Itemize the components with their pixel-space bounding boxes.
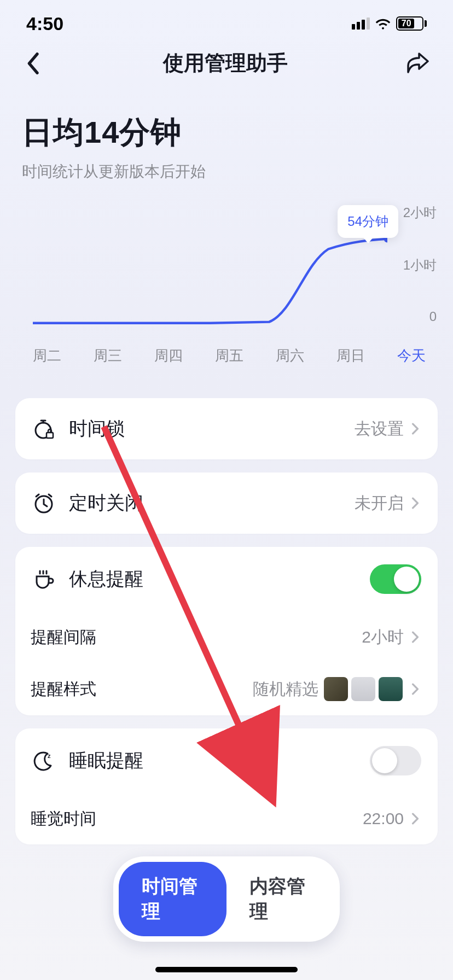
- scheduled-close-card: 定时关闭 未开启: [15, 472, 438, 534]
- rest-reminder-row: 休息提醒: [15, 547, 438, 611]
- reminder-interval-value: 2小时: [362, 626, 404, 649]
- tab-content-management[interactable]: 内容管理: [226, 862, 334, 936]
- y-tick: 1小时: [403, 256, 437, 274]
- moon-sleep-icon: z: [31, 748, 57, 774]
- coffee-cup-icon: [31, 566, 57, 592]
- time-lock-label: 时间锁: [69, 416, 125, 441]
- stopwatch-lock-icon: [31, 416, 57, 442]
- chart-canvas: [33, 204, 387, 324]
- chevron-right-icon: [409, 631, 421, 643]
- back-button[interactable]: [20, 50, 46, 77]
- chart-tooltip: 54分钟: [338, 205, 398, 238]
- rest-reminder-label: 休息提醒: [69, 567, 143, 592]
- sleep-reminder-label: 睡眠提醒: [69, 748, 143, 773]
- reminder-style-row[interactable]: 提醒样式 随机精选: [15, 663, 438, 715]
- nav-header: 使用管理助手: [0, 38, 453, 88]
- status-time: 4:50: [26, 13, 63, 34]
- rest-reminder-toggle[interactable]: [370, 564, 421, 594]
- y-tick: 2小时: [403, 204, 437, 221]
- style-thumbnails: [324, 677, 403, 701]
- hero-section: 日均14分钟 时间统计从更新版本后开始: [0, 88, 453, 182]
- time-lock-card: 时间锁 去设置: [15, 398, 438, 459]
- alarm-clock-icon: [31, 490, 57, 516]
- style-thumb-icon: [351, 677, 375, 701]
- share-arrow-icon: [406, 52, 430, 74]
- chevron-right-icon: [409, 813, 421, 825]
- chevron-left-icon: [25, 52, 40, 74]
- svg-text:z: z: [48, 752, 51, 759]
- reminder-style-label: 提醒样式: [31, 678, 96, 701]
- chart-y-axis: 2小时 1小时 0: [403, 204, 437, 324]
- battery-level: 70: [398, 19, 414, 28]
- usage-chart[interactable]: 2小时 1小时 0 54分钟: [0, 182, 453, 357]
- time-lock-status: 去设置: [355, 418, 404, 440]
- bottom-tab-bar: 时间管理 内容管理: [113, 856, 340, 942]
- svg-rect-2: [47, 433, 53, 438]
- reminder-style-value: 随机精选: [253, 678, 318, 701]
- battery-indicator: 70: [396, 16, 427, 31]
- style-thumb-icon: [379, 677, 403, 701]
- wifi-icon: [375, 18, 391, 30]
- scheduled-close-row[interactable]: 定时关闭 未开启: [15, 472, 438, 534]
- sleep-reminder-card: z 睡眠提醒 睡觉时间 22:00: [15, 728, 438, 844]
- sleep-reminder-toggle[interactable]: [370, 746, 421, 775]
- scheduled-close-status: 未开启: [355, 492, 404, 515]
- cellular-signal-icon: [352, 18, 370, 30]
- home-indicator[interactable]: [155, 967, 298, 972]
- bedtime-label: 睡觉时间: [31, 808, 96, 830]
- chevron-right-icon: [409, 423, 421, 435]
- chevron-right-icon: [409, 683, 421, 695]
- chevron-right-icon: [409, 497, 421, 509]
- bedtime-row[interactable]: 睡觉时间 22:00: [15, 793, 438, 844]
- daily-average-title: 日均14分钟: [22, 112, 431, 154]
- hero-subtitle: 时间统计从更新版本后开始: [22, 161, 431, 182]
- y-tick: 0: [429, 309, 437, 324]
- tab-time-management[interactable]: 时间管理: [119, 862, 226, 936]
- reminder-interval-label: 提醒间隔: [31, 626, 96, 649]
- time-lock-row[interactable]: 时间锁 去设置: [15, 398, 438, 459]
- scheduled-close-label: 定时关闭: [69, 491, 143, 516]
- reminder-interval-row[interactable]: 提醒间隔 2小时: [15, 611, 438, 663]
- page-title: 使用管理助手: [163, 49, 288, 77]
- style-thumb-icon: [324, 677, 348, 701]
- share-button[interactable]: [405, 50, 431, 77]
- status-bar: 4:50 70: [0, 0, 453, 38]
- status-right: 70: [352, 16, 427, 31]
- bedtime-value: 22:00: [363, 809, 404, 828]
- sleep-reminder-row: z 睡眠提醒: [15, 728, 438, 793]
- rest-reminder-card: 休息提醒 提醒间隔 2小时 提醒样式 随机精选: [15, 547, 438, 715]
